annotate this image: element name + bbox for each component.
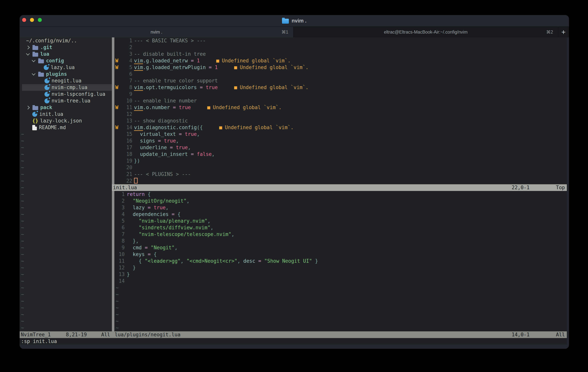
unfocused-cursor <box>134 178 138 183</box>
tree-item-neogit.lua[interactable]: neogit.lua <box>20 78 112 84</box>
init-lua-line-15[interactable]: 15 virtual_text = true, <box>114 131 567 138</box>
init-lua-line-13[interactable]: 13-- show diagnostic <box>114 118 567 124</box>
code-text: update_in_insert = false, <box>134 151 215 158</box>
tab-shell[interactable]: eltrac@Eltracs-MacBook-Air:~/.config/nvi… <box>294 27 558 38</box>
line-number: 4 <box>114 211 125 218</box>
token-str: "nvim-lua/plenary.nvim" <box>127 218 208 224</box>
lua-file-icon <box>44 65 49 70</box>
neogit-lua-line-1[interactable]: 1return { <box>114 191 567 198</box>
init-lua-line-2[interactable]: 2 <box>114 44 567 51</box>
tree-item-label: .git <box>40 44 52 51</box>
init-lua-line-11[interactable]: W11vim.o.number = true■Undefined global … <box>114 104 567 111</box>
tree-item-lazy.lua[interactable]: lazy.lua <box>20 64 112 71</box>
tree-item-README.md[interactable]: README.md <box>20 124 112 131</box>
command-line[interactable]: :sp init.lua <box>20 338 567 345</box>
token-num: false <box>194 151 212 157</box>
line-number: 1 <box>120 37 132 44</box>
init-lua-line-16[interactable]: 16 signs = true, <box>114 138 567 144</box>
line-number: 17 <box>120 144 132 151</box>
tree-item-init.lua[interactable]: init.lua <box>20 111 112 118</box>
tab-shortcut: ⌘2 <box>546 30 553 35</box>
init-lua-line-22[interactable]: 22 <box>114 178 567 184</box>
code-text: } <box>127 271 130 278</box>
empty-line-marker: ~ <box>20 264 112 271</box>
editor-init-lua[interactable]: 1--- < BASIC TWEAKS > ---23-- disable bu… <box>114 37 567 184</box>
init-lua-line-5[interactable]: W5vim.g.loaded_netrwPlugin = 1■Undefined… <box>114 64 567 71</box>
token-op: = <box>148 205 151 211</box>
token-str: "Neogit" <box>148 245 175 251</box>
empty-line-marker: ~ <box>20 324 112 331</box>
neogit-lua-line-8[interactable]: 8 }, <box>114 238 567 244</box>
neogit-lua-line-12[interactable]: 12 } <box>114 264 567 271</box>
sign-column <box>114 158 120 164</box>
tab-nvim[interactable]: nvim . ⌘1 <box>20 27 294 38</box>
tree-item-nvim-lspconfig.lua[interactable]: nvim-lspconfig.lua <box>20 91 112 98</box>
init-lua-line-7[interactable]: 7-- enable true color support <box>114 78 567 84</box>
window-title: nvim . <box>292 18 306 24</box>
neogit-lua-line-13[interactable]: 13} <box>114 271 567 278</box>
code-text: -- disable built-in tree <box>134 51 206 57</box>
code-text: -- enable true color support <box>134 78 218 84</box>
token-u: vim <box>134 64 143 71</box>
sign-column <box>114 118 120 124</box>
neogit-lua-line-10[interactable]: 10 keys = { <box>114 251 567 258</box>
line-number: 14 <box>114 278 125 284</box>
tree-item-pack[interactable]: pack <box>20 104 112 111</box>
token-pun: { <box>148 191 151 197</box>
editor-neogit-lua[interactable]: 1return {2 "NeogitOrg/neogit",3 lazy = t… <box>114 191 567 331</box>
neogit-lua-line-4[interactable]: 4 dependencies = { <box>114 211 567 218</box>
code-text: { "<leader>gg", "<cmd>Neogit<cr>", desc … <box>127 258 318 264</box>
tree-item-lazy-lock.json[interactable]: {}lazy-lock.json <box>20 118 112 124</box>
neogit-lua-line-6[interactable]: 6 "sindrets/diffview.nvim", <box>114 224 567 231</box>
init-lua-line-17[interactable]: 17 underline = true, <box>114 144 567 151</box>
token-pun: } <box>127 271 130 277</box>
tree-item-nvim-tree.lua[interactable]: nvim-tree.lua <box>20 98 112 104</box>
neogit-lua-line-3[interactable]: 3 lazy = true, <box>114 204 567 211</box>
tree-item-.git[interactable]: .git <box>20 44 112 51</box>
init-lua-line-9[interactable]: 9 <box>114 91 567 98</box>
tab-shortcut: ⌘1 <box>281 30 288 35</box>
diagnostic-message: Undefined global `vim`. <box>240 64 308 70</box>
titlebar[interactable]: nvim . <box>20 15 569 27</box>
file-tree: .gitluaconfiglazy.luapluginsneogit.luanv… <box>20 44 112 131</box>
neogit-lua-line-14[interactable]: 14 <box>114 278 567 284</box>
empty-line-marker: ~ <box>114 298 567 304</box>
line-number: 11 <box>114 258 125 264</box>
token-id: underline <box>134 145 170 150</box>
init-lua-line-8[interactable]: W8vim.opt.termguicolors = true■Undefined… <box>114 84 567 91</box>
init-lua-line-6[interactable]: 6 <box>114 71 567 78</box>
init-lua-line-3[interactable]: 3-- disable built-in tree <box>114 51 567 57</box>
tree-item-config[interactable]: config <box>20 57 112 64</box>
empty-line-marker: ~ <box>20 244 112 251</box>
neogit-lua-line-9[interactable]: 9 cmd = "Neogit", <box>114 244 567 251</box>
neogit-lua-line-7[interactable]: 7 "nvim-telescope/telescope.nvim", <box>114 231 567 238</box>
neogit-lua-line-5[interactable]: 5 "nvim-lua/plenary.nvim", <box>114 218 567 224</box>
sign-column <box>114 44 120 51</box>
warning-sign: W <box>114 84 120 91</box>
line-number: 4 <box>120 57 132 64</box>
tree-item-lua[interactable]: lua <box>20 51 112 57</box>
init-lua-line-19[interactable]: 19}) <box>114 158 567 164</box>
code-text: "sindrets/diffview.nvim", <box>127 224 213 231</box>
nvimtree-panel[interactable]: ~/.config/nvim/.. .gitluaconfiglazy.luap… <box>20 37 112 331</box>
new-tab-button[interactable]: + <box>558 27 569 38</box>
init-lua-line-20[interactable]: 20 <box>114 164 567 171</box>
code-text: }, <box>127 238 139 244</box>
init-lua-line-10[interactable]: 10-- enable line number <box>114 98 567 104</box>
init-lua-line-21[interactable]: 21--- < PLUGINS > --- <box>114 171 567 178</box>
neogit-lua-line-11[interactable]: 11 { "<leader>gg", "<cmd>Neogit<cr>", de… <box>114 258 567 264</box>
tree-item-plugins[interactable]: plugins <box>20 71 112 78</box>
empty-line-marker: ~ <box>20 151 112 158</box>
init-lua-line-18[interactable]: 18 update_in_insert = false, <box>114 151 567 158</box>
neogit-lua-line-2[interactable]: 2 "NeogitOrg/neogit", <box>114 198 567 204</box>
lua-file-icon <box>44 99 49 103</box>
init-lua-line-1[interactable]: 1--- < BASIC TWEAKS > --- <box>114 37 567 44</box>
lua-file-icon <box>32 112 37 117</box>
folder-icon <box>32 53 38 57</box>
init-lua-line-14[interactable]: W14vim.diagnostic.config({■Undefined glo… <box>114 124 567 131</box>
init-lua-line-4[interactable]: W4vim.g.loaded_netrw = 1■Undefined globa… <box>114 57 567 64</box>
init-lua-line-12[interactable]: 12 <box>114 111 567 118</box>
tree-root-path: ~/.config/nvim/.. <box>26 37 77 44</box>
tree-item-nvim-cmp.lua[interactable]: nvim-cmp.lua <box>20 84 112 91</box>
token-op: = <box>191 151 194 157</box>
